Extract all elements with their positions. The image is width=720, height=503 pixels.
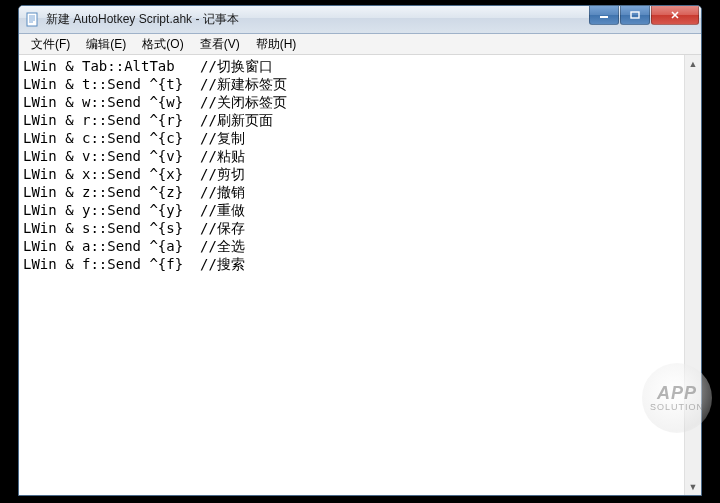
vertical-scrollbar[interactable]: ▲ ▼ [684, 55, 701, 495]
svg-rect-6 [631, 12, 639, 18]
scroll-up-icon[interactable]: ▲ [685, 55, 701, 72]
window-title: 新建 AutoHotkey Script.ahk - 记事本 [46, 11, 589, 28]
scroll-down-icon[interactable]: ▼ [685, 478, 701, 495]
notepad-window: 新建 AutoHotkey Script.ahk - 记事本 文件(F) 编辑(… [18, 5, 702, 496]
titlebar[interactable]: 新建 AutoHotkey Script.ahk - 记事本 [19, 6, 701, 34]
menu-file[interactable]: 文件(F) [23, 34, 78, 55]
menu-help[interactable]: 帮助(H) [248, 34, 305, 55]
minimize-button[interactable] [589, 6, 619, 25]
menubar: 文件(F) 编辑(E) 格式(O) 查看(V) 帮助(H) [19, 34, 701, 55]
menu-format[interactable]: 格式(O) [134, 34, 191, 55]
svg-rect-5 [600, 16, 608, 18]
menu-view[interactable]: 查看(V) [192, 34, 248, 55]
menu-edit[interactable]: 编辑(E) [78, 34, 134, 55]
content-wrap: LWin & Tab::AltTab //切换窗口 LWin & t::Send… [19, 55, 701, 495]
close-button[interactable] [651, 6, 699, 25]
app-icon [25, 12, 41, 28]
maximize-button[interactable] [620, 6, 650, 25]
window-controls [589, 6, 699, 33]
text-area[interactable]: LWin & Tab::AltTab //切换窗口 LWin & t::Send… [19, 55, 684, 495]
